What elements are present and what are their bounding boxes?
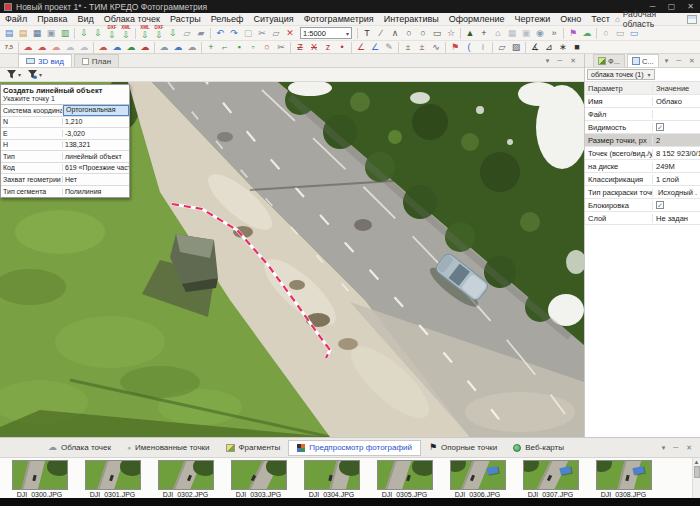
pane-menu-icon[interactable]: ▾ [542,57,554,65]
import-one-icon[interactable]: ⇩ [166,27,180,40]
select-window-icon[interactable]: ▱ [495,41,509,54]
cloud-up-icon[interactable]: ☁ [157,41,171,54]
bottom-tab-6[interactable]: Веб-карты [505,440,572,456]
filter-point-caret-icon[interactable]: ▾ [39,71,42,78]
menu-11[interactable]: Чертежи [510,14,556,24]
workspace-layout-icon[interactable] [687,15,697,24]
line-tool-icon[interactable]: ∕ [374,27,388,40]
circle-tool-icon[interactable]: ○ [416,27,430,40]
ellipse-tool-icon[interactable]: ○ [402,27,416,40]
cloud-red2-icon[interactable]: ☁ [35,41,49,54]
property-value[interactable]: 249М [653,162,700,171]
property-value[interactable]: 8 152 923/0/113 [653,149,700,158]
pin-red-icon[interactable]: ⚑ [448,41,462,54]
z-strike-icon[interactable]: Z [293,41,307,54]
menu-7[interactable]: Ситуация [248,14,298,24]
thumbnail-image[interactable] [12,460,68,490]
box-pale-icon[interactable]: ▣ [519,27,533,40]
property-value[interactable]: ✓ [653,123,700,131]
measure-angle-icon[interactable]: ∡ [528,41,542,54]
property-row[interactable]: СлойНе задан [585,212,700,225]
overflow-chevron[interactable]: » [547,27,561,40]
save-all-icon[interactable]: ▣ [44,27,58,40]
checkbox-checked-icon[interactable]: ✓ [656,201,664,209]
cloud-white-icon[interactable]: ☁ [63,41,77,54]
property-value[interactable]: Не задан [653,214,700,223]
plusminus2-icon[interactable]: ± [415,41,429,54]
new-project-icon[interactable]: ▤ [2,27,16,40]
bottom-minimize-icon[interactable]: ─ [669,444,682,451]
property-row[interactable]: ИмяОблако [585,95,700,108]
property-row[interactable]: Тип раскраски точекИсходный . [585,186,700,199]
window-icon[interactable]: ▭ [613,27,627,40]
measure-block-icon[interactable]: ■ [570,41,584,54]
open-project-icon[interactable]: ▤ [16,27,30,40]
photo-thumbnail[interactable]: DJI_0307.JPG [514,460,587,498]
house-icon[interactable]: ⌂ [491,27,505,40]
menu-9[interactable]: Интерактивы [379,14,444,24]
scrollbar-thumb[interactable] [694,466,700,478]
import-icon[interactable]: ⇩ [77,27,91,40]
thumbnail-image[interactable] [158,460,214,490]
menu-13[interactable]: Тест [586,14,615,24]
thumbnail-image[interactable] [85,460,141,490]
panel-close-icon[interactable]: ✕ [685,57,699,65]
cut-icon[interactable]: ✂ [255,27,269,40]
scissors-icon[interactable]: ✂ [274,41,288,54]
add-point-icon[interactable]: + [477,27,491,40]
wave-icon[interactable]: ∿ [429,41,443,54]
thumbnail-image[interactable] [377,460,433,490]
thumbnail-image[interactable] [596,460,652,490]
delete-icon[interactable]: ✕ [283,27,297,40]
cloud-import-icon[interactable]: ☁ [96,41,110,54]
scale-ruler-icon[interactable]: 7,5 [2,41,16,54]
save-icon[interactable]: ▦ [30,27,44,40]
menu-8[interactable]: Фотограмметрия [299,14,379,24]
import-dxf-icon[interactable]: DXF⇩ [105,27,119,40]
thumbnail-image[interactable] [523,460,579,490]
panel-menu-icon[interactable]: ▾ [661,57,673,65]
bottom-tab-2[interactable]: ●Именованные точки [119,440,218,456]
stamp-icon[interactable]: ◉ [533,27,547,40]
snap-line-icon[interactable]: ⌐ [218,41,232,54]
bottom-menu-icon[interactable]: ▾ [658,444,670,452]
blank-sheet-icon[interactable]: ▢ [241,27,255,40]
photo-thumbnail[interactable]: DJI_0300.JPG [3,460,76,498]
tab-fragments[interactable]: Ф... [593,54,625,67]
bottom-close-icon[interactable]: ✕ [682,444,696,452]
thumbnail-scrollbar[interactable]: ▲ [692,458,700,498]
filter-icon[interactable] [7,70,16,79]
photo-thumbnail[interactable]: DJI_0308.JPG [587,460,660,498]
import-xml-icon[interactable]: XML⇩ [119,27,133,40]
clipboard-icon[interactable]: ▱ [269,27,283,40]
view-tab-plan[interactable]: План [74,54,119,67]
dot-red-icon[interactable]: • [335,41,349,54]
filter-point-icon[interactable] [28,70,37,79]
photo-thumbnail[interactable]: DJI_0306.JPG [441,460,514,498]
z-small-icon[interactable]: z [321,41,335,54]
snap-box-icon[interactable]: ▪ [232,41,246,54]
viewport-3d[interactable]: Создать линейный объект Укажите точку 1 … [0,82,584,437]
menu-2[interactable]: Правка [32,14,72,24]
property-row[interactable]: Размер точки, px2 [585,134,700,147]
measure-tri-icon[interactable]: ⊿ [542,41,556,54]
rect-tool-icon[interactable]: ▭ [430,27,444,40]
menu-10[interactable]: Оформление [444,14,510,24]
edit-icon[interactable]: ✎ [382,41,396,54]
cloud-save-icon[interactable]: ☁ [580,27,594,40]
polyline-tool-icon[interactable]: ∧ [388,27,402,40]
undo-icon[interactable]: ↶ [213,27,227,40]
export-dxf-icon[interactable]: DXF⇩ [152,27,166,40]
export-xml-icon[interactable]: XML⇩ [138,27,152,40]
thumbnail-image[interactable] [304,460,360,490]
paste-doc-icon[interactable]: ▰ [194,27,208,40]
curve-icon[interactable]: ( [462,41,476,54]
flag-tool-icon[interactable]: ⚑ [566,27,580,40]
table-icon[interactable]: ▥ [58,27,72,40]
property-value[interactable]: 2 [653,136,700,145]
cloud-red-icon[interactable]: ☁ [21,41,35,54]
copy-doc-icon[interactable]: ▱ [180,27,194,40]
grid-pale-icon[interactable]: ▦ [505,27,519,40]
cloud-pink-icon[interactable]: ☁ [49,41,63,54]
menu-12[interactable]: Окно [555,14,586,24]
